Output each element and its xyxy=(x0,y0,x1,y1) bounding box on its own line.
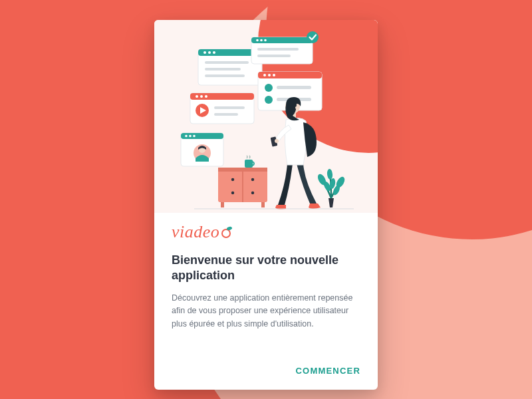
onboarding-body: Découvrez une application entièrement re… xyxy=(172,292,360,331)
brand-logo-text: viadeo xyxy=(172,222,219,242)
svg-point-30 xyxy=(265,96,273,104)
svg-point-19 xyxy=(260,39,263,42)
svg-point-43 xyxy=(251,178,254,181)
play-card-icon xyxy=(190,93,254,124)
start-button[interactable]: COMMENCER xyxy=(296,366,360,376)
dresser-icon xyxy=(218,168,267,207)
svg-rect-22 xyxy=(257,55,291,57)
svg-point-28 xyxy=(265,84,273,92)
checkmark-badge-icon xyxy=(307,31,319,43)
svg-rect-24 xyxy=(258,72,322,78)
svg-point-25 xyxy=(263,74,266,76)
svg-rect-29 xyxy=(277,86,311,89)
svg-point-12 xyxy=(205,95,207,98)
onboarding-content: viadeo Bienvenue sur votre nouvelle appl… xyxy=(154,213,378,331)
background: viadeo Bienvenue sur votre nouvelle appl… xyxy=(0,0,532,399)
svg-point-4 xyxy=(213,51,215,54)
svg-rect-15 xyxy=(214,113,238,116)
brand-logo: viadeo xyxy=(172,222,360,242)
svg-rect-21 xyxy=(257,48,299,51)
svg-point-10 xyxy=(196,95,198,98)
svg-point-42 xyxy=(231,178,234,181)
svg-point-51 xyxy=(327,169,332,180)
svg-point-20 xyxy=(264,39,267,42)
svg-rect-47 xyxy=(261,202,265,207)
svg-point-56 xyxy=(275,139,279,143)
list-card-icon xyxy=(251,37,313,64)
svg-point-44 xyxy=(231,192,234,194)
woman-with-phone-icon xyxy=(271,97,321,209)
svg-rect-5 xyxy=(205,61,249,64)
svg-point-59 xyxy=(295,106,298,109)
svg-rect-9 xyxy=(190,93,254,100)
svg-rect-40 xyxy=(218,168,267,172)
svg-point-11 xyxy=(200,95,203,98)
svg-point-2 xyxy=(203,51,206,54)
svg-rect-46 xyxy=(221,202,224,207)
svg-rect-7 xyxy=(205,74,245,77)
svg-rect-6 xyxy=(205,68,241,70)
svg-point-45 xyxy=(251,192,254,194)
svg-point-34 xyxy=(185,135,188,138)
cta-row: COMMENCER xyxy=(296,364,360,376)
hero-illustration xyxy=(154,20,378,213)
svg-point-38 xyxy=(307,31,319,43)
svg-point-18 xyxy=(256,39,259,42)
plant-icon xyxy=(316,169,346,207)
onboarding-screen: viadeo Bienvenue sur votre nouvelle appl… xyxy=(154,20,378,390)
svg-point-3 xyxy=(208,51,211,54)
onboarding-headline: Bienvenue sur votre nouvelle application xyxy=(172,253,360,284)
brand-logo-mark-icon xyxy=(221,229,231,238)
mug-icon xyxy=(245,156,254,168)
illustration-svg xyxy=(154,20,378,213)
svg-point-35 xyxy=(189,135,192,138)
svg-point-36 xyxy=(193,135,196,138)
svg-point-27 xyxy=(273,74,275,76)
avatar-card-icon xyxy=(181,133,223,166)
svg-rect-48 xyxy=(245,160,253,168)
svg-point-26 xyxy=(268,74,271,76)
svg-rect-14 xyxy=(214,106,245,109)
